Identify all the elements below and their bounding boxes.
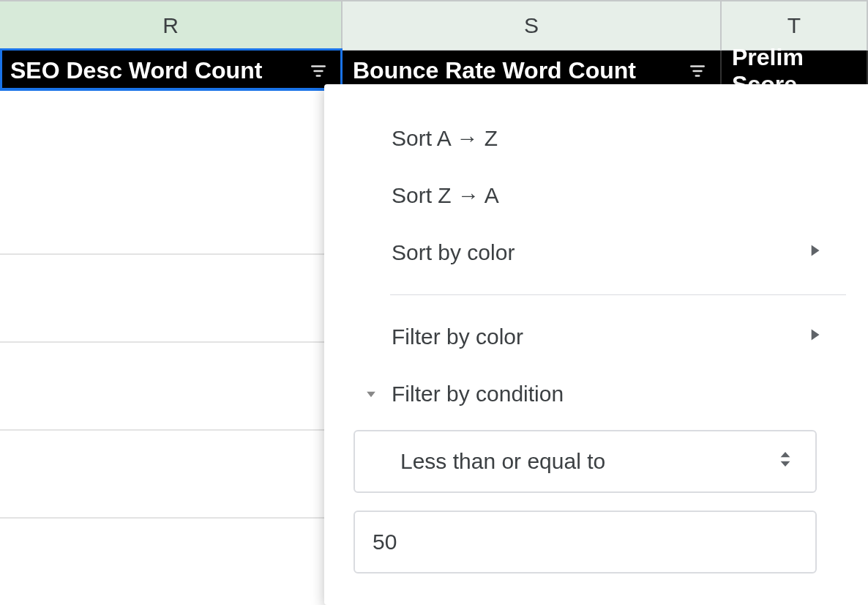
table-row[interactable] (0, 431, 343, 519)
sort-za[interactable]: Sort Z → A (324, 167, 868, 224)
menu-separator (390, 294, 846, 295)
condition-select[interactable]: Less than or equal to (353, 430, 817, 493)
filter-by-condition-label: Filter by condition (392, 382, 564, 407)
filter-menu: Sort A → Z Sort Z → A Sort by color Filt… (324, 84, 868, 605)
filter-by-color[interactable]: Filter by color (324, 308, 868, 365)
filter-icon[interactable] (688, 62, 707, 81)
filter-condition-controls: Less than or equal to (324, 423, 868, 574)
select-stepper-icon (777, 448, 793, 476)
table-row[interactable] (0, 343, 343, 431)
filter-icon[interactable] (309, 62, 328, 81)
header-cell-R[interactable]: SEO Desc Word Count (0, 51, 343, 91)
condition-select-value: Less than or equal to (400, 449, 605, 474)
chevron-right-icon (805, 240, 824, 265)
filter-by-color-label: Filter by color (392, 324, 523, 349)
grid-rows (0, 91, 343, 519)
triangle-down-icon (364, 382, 378, 407)
chevron-right-icon (805, 324, 824, 349)
filter-by-condition-toggle[interactable]: Filter by condition (324, 365, 868, 423)
sort-az-label: Sort A → Z (392, 126, 498, 151)
sort-by-color-label: Sort by color (392, 240, 515, 265)
sort-az[interactable]: Sort A → Z (324, 110, 868, 167)
column-letter-S[interactable]: S (343, 1, 722, 50)
column-letter-R[interactable]: R (0, 1, 343, 50)
header-text-S: Bounce Rate Word Count (353, 57, 636, 84)
sort-za-label: Sort Z → A (392, 183, 499, 208)
table-row[interactable] (0, 255, 343, 343)
sort-by-color[interactable]: Sort by color (324, 224, 868, 281)
header-text-R: SEO Desc Word Count (10, 57, 262, 84)
condition-value-input[interactable] (353, 511, 817, 574)
column-letter-T[interactable]: T (722, 1, 868, 50)
table-row[interactable] (0, 91, 343, 255)
